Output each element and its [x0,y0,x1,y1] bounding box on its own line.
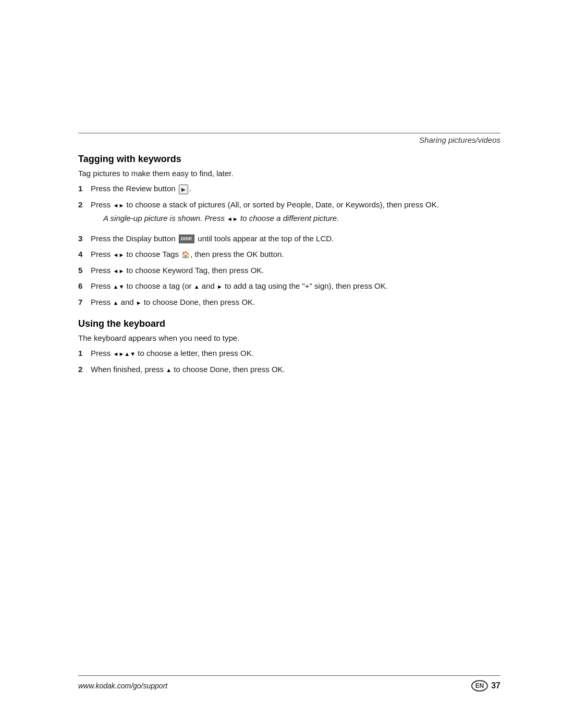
footer-url: www.kodak.com/go/support [78,682,167,690]
section1-title: Tagging with keywords [78,154,500,165]
list-item: 3 Press the Display button DISP. until t… [78,233,500,245]
section2-title: Using the keyboard [78,318,500,329]
footer-section: www.kodak.com/go/support EN 37 [78,675,500,692]
right-arrow-icon [136,299,142,306]
list-item: 5 Press to choose Keyword Tag, then pres… [78,265,500,277]
list-item: 2 When finished, press to choose Done, t… [78,364,500,376]
lr-arrows-icon [113,201,125,209]
up-arrow-icon [166,366,172,374]
step-content: Press to choose Keyword Tag, then press … [91,265,500,277]
list-item: 7 Press and to choose Done, then press O… [78,297,500,309]
footer-page: EN 37 [471,680,500,692]
page-container: Sharing pictures/videos Tagging with key… [0,0,563,728]
step-number: 2 [78,199,91,211]
step-content: Press to choose Tags 🏠, then press the O… [91,249,500,261]
list-item: 4 Press to choose Tags 🏠, then press the… [78,249,500,261]
section1-steps: 1 Press the Review button ▶. 2 Press to … [78,183,500,308]
step-number: 1 [78,183,91,195]
page-number: 37 [491,681,500,690]
step-content: Press to choose a stack of pictures (All… [91,199,500,229]
step-number: 7 [78,297,91,309]
lrud-arrows-icon [113,350,136,357]
review-button-icon: ▶ [179,184,188,194]
list-item: 2 Press to choose a stack of pictures (A… [78,199,500,229]
step-content: Press to choose a tag (or and to add a t… [91,280,500,292]
step-number: 5 [78,265,91,277]
step-number: 2 [78,364,91,376]
step-number: 6 [78,280,91,292]
language-badge: EN [471,680,488,692]
section2-intro: The keyboard appears when you need to ty… [78,334,500,342]
section2-steps: 1 Press to choose a letter, then press O… [78,348,500,375]
header-section: Sharing pictures/videos [78,135,500,144]
step-number: 1 [78,348,91,360]
disp-button-icon: DISP. [179,235,194,244]
lr-arrows-icon [113,267,125,275]
section1-intro: Tag pictures to make them easy to find, … [78,169,500,178]
step-content: Press the Review button ▶. [91,183,500,195]
step-content: Press the Display button DISP. until too… [91,233,500,245]
up-arrow-icon [113,299,119,306]
header-title: Sharing pictures/videos [419,135,500,144]
lr-arrows-icon [227,215,238,223]
list-item: 1 Press the Review button ▶. [78,183,500,195]
lr-arrows-icon [113,251,125,258]
keyboard-section: Using the keyboard The keyboard appears … [78,318,500,375]
tagging-section: Tagging with keywords Tag pictures to ma… [78,154,500,308]
ud-arrows-icon [113,282,125,290]
step-content: Press to choose a letter, then press OK. [91,348,500,360]
step-note: A single-up picture is shown. Press to c… [103,213,500,225]
right-arrow-icon [217,282,223,290]
step-content: When finished, press to choose Done, the… [91,364,500,376]
step-content: Press and to choose Done, then press OK. [91,297,500,309]
up-arrow-icon [194,282,200,290]
step-number: 4 [78,249,91,261]
tag-icon: 🏠 [181,250,190,260]
list-item: 6 Press to choose a tag (or and to add a… [78,280,500,292]
list-item: 1 Press to choose a letter, then press O… [78,348,500,360]
step-number: 3 [78,233,91,245]
